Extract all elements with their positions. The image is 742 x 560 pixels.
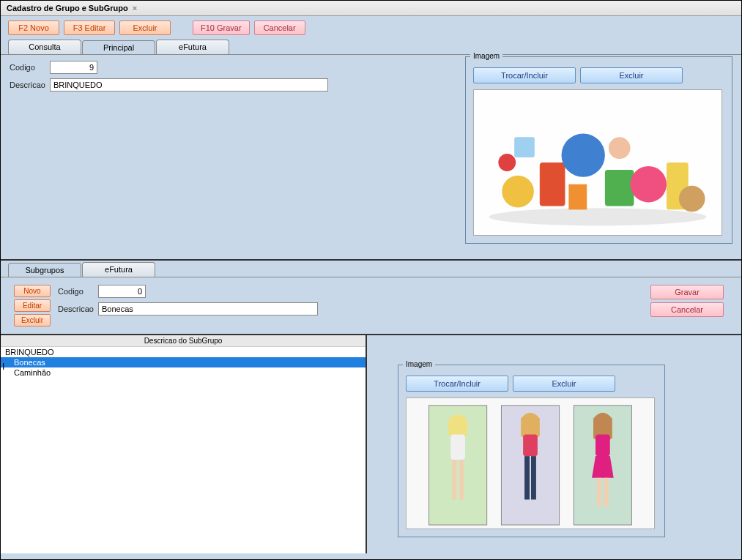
editar-button[interactable]: F3 Editar [64, 20, 115, 35]
imagem-group-label: Imagem [470, 52, 502, 60]
sub-imagem-trocar-button[interactable]: Trocar/Incluir [406, 376, 508, 392]
sub-section: Subgrupos eFutura Novo Editar Excluir Co… [1, 259, 741, 334]
sub-imagem-group: Imagem Trocar/Incluir Excluir [398, 365, 665, 537]
svg-point-8 [679, 186, 705, 212]
window-title: Cadastro de Grupo e SubGrupo [7, 4, 128, 12]
main-tabs: Consulta Principal eFutura [1, 40, 741, 54]
sub-imagem-panel: Imagem Trocar/Incluir Excluir [367, 335, 741, 553]
svg-point-11 [609, 137, 631, 159]
codigo-input[interactable] [50, 61, 97, 74]
list-item[interactable]: Caminhão [1, 367, 366, 378]
subgrupo-list[interactable]: BRINQUEDOBonecasCaminhão [1, 347, 366, 553]
sub-descricao-input[interactable] [98, 302, 318, 316]
svg-point-9 [498, 154, 516, 171]
imagem-preview [473, 89, 722, 236]
principal-panel: Codigo Descricao Imagem Trocar/Incluir E… [1, 54, 741, 259]
svg-point-1 [489, 208, 707, 225]
imagem-trocar-button[interactable]: Trocar/Incluir [473, 67, 576, 83]
svg-rect-28 [604, 478, 609, 507]
svg-rect-10 [568, 184, 587, 210]
sub-excluir-button[interactable]: Excluir [14, 314, 51, 326]
svg-rect-18 [450, 434, 465, 460]
list-item[interactable]: BRINQUEDO [1, 347, 366, 357]
novo-button[interactable]: F2 Novo [8, 20, 59, 35]
svg-rect-23 [524, 456, 530, 499]
svg-rect-26 [596, 434, 610, 456]
descricao-input[interactable] [50, 78, 328, 92]
excluir-button[interactable]: Excluir [119, 20, 171, 35]
sub-imagem-excluir-button[interactable]: Excluir [513, 376, 615, 392]
descricao-label: Descricao [10, 81, 50, 89]
sub-imagem-preview [406, 397, 655, 529]
tab-principal[interactable]: Principal [82, 40, 155, 55]
imagem-excluir-button[interactable]: Excluir [580, 67, 683, 83]
sub-editar-button[interactable]: Editar [14, 299, 51, 312]
svg-rect-27 [597, 478, 601, 507]
gravar-button[interactable]: F10 Gravar [193, 20, 250, 35]
text-cursor-icon: I [2, 362, 4, 372]
svg-point-6 [631, 166, 667, 203]
codigo-label: Codigo [10, 63, 50, 72]
main-toolbar: F2 Novo F3 Editar Excluir F10 Gravar Can… [1, 16, 741, 40]
svg-rect-22 [523, 434, 538, 456]
svg-rect-19 [452, 460, 456, 499]
sub-codigo-label: Codigo [58, 287, 98, 296]
list-item[interactable]: Bonecas [1, 357, 366, 367]
svg-rect-3 [540, 163, 565, 206]
toys-image [474, 90, 721, 235]
svg-rect-20 [459, 460, 464, 499]
svg-rect-12 [514, 137, 535, 157]
svg-rect-5 [605, 170, 634, 206]
sub-descricao-label: Descricao [58, 305, 98, 313]
sub-tabs: Subgrupos eFutura [1, 261, 741, 277]
tab-sub-efutura[interactable]: eFutura [82, 262, 155, 277]
tab-subgrupos[interactable]: Subgrupos [8, 263, 81, 277]
subgrupo-list-header: Descricao do SubGrupo [1, 335, 366, 347]
subgrupo-list-panel: Descricao do SubGrupo I BRINQUEDOBonecas… [1, 335, 367, 553]
svg-point-4 [562, 133, 605, 176]
imagem-group: Imagem Trocar/Incluir Excluir [465, 56, 732, 244]
sub-imagem-group-label: Imagem [403, 360, 435, 368]
tab-efutura[interactable]: eFutura [156, 40, 229, 54]
svg-rect-24 [531, 456, 536, 499]
sub-gravar-button[interactable]: Gravar [650, 285, 724, 299]
cancelar-button[interactable]: Cancelar [254, 20, 305, 35]
window-titlebar: Cadastro de Grupo e SubGrupo × [1, 1, 741, 16]
sub-cancelar-button[interactable]: Cancelar [650, 302, 724, 317]
close-icon[interactable]: × [133, 4, 137, 12]
svg-point-2 [502, 176, 534, 208]
dolls-image [407, 398, 654, 529]
sub-novo-button[interactable]: Novo [14, 285, 51, 297]
sub-codigo-input[interactable] [98, 285, 146, 298]
lower-split: Descricao do SubGrupo I BRINQUEDOBonecas… [1, 334, 741, 553]
tab-consulta[interactable]: Consulta [8, 40, 81, 54]
